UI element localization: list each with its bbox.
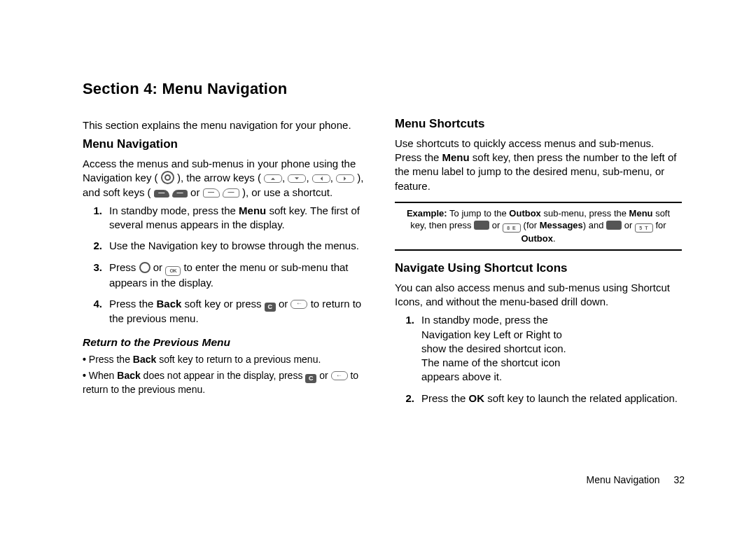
icon-step-2: 2. Press the OK soft key to launch the r… [395, 392, 682, 406]
arrow-up-icon [264, 174, 282, 183]
arrow-right-icon [336, 174, 354, 183]
text: for [653, 220, 666, 230]
key-chip-icon [606, 221, 622, 230]
heading-shortcut-icons: Navigate Using Shortcut Icons [395, 261, 682, 277]
text: ), or use a shortcut. [242, 186, 332, 198]
text: soft key to return to a previous menu. [156, 354, 321, 365]
shortcut-icons-paragraph: You can also access menus and sub-menus … [395, 281, 682, 310]
page-number: 32 [673, 474, 685, 485]
text: Press the [109, 298, 157, 310]
text: , [330, 172, 336, 184]
ok-key-icon: OK [165, 266, 181, 276]
soft-key-left-outline-icon [203, 188, 220, 198]
bullet-item: Press the Back soft key to return to a p… [83, 353, 370, 366]
icon-steps-list: 1. In standby mode, press the Navigation… [395, 313, 682, 406]
step-3: 3. Press or OK to enter the menu or sub-… [83, 261, 370, 290]
bold-text: Outbox [509, 208, 541, 219]
text: Press the [421, 392, 469, 404]
text: or [190, 186, 203, 198]
text: soft key to launch the related applicati… [484, 392, 678, 404]
footer-label: Menu Navigation [586, 474, 659, 485]
text: In standby mode, press the Navigation ke… [421, 313, 582, 384]
step-number: 1. [83, 204, 102, 233]
soft-key-right-outline-icon [223, 188, 239, 198]
page-footer: Menu Navigation 32 [586, 474, 685, 485]
bold-text: Menu [442, 151, 470, 163]
bold-text: Back [133, 354, 156, 365]
key-chip-outline-icon: 8 E [503, 223, 521, 233]
access-paragraph: Access the menus and sub-menus in your p… [83, 157, 370, 200]
key-chip-icon [474, 221, 489, 230]
navigation-key-icon [139, 262, 150, 273]
shortcuts-paragraph: Use shortcuts to quickly access menus an… [395, 137, 682, 193]
text: ) and [583, 220, 606, 230]
key-chip-outline-icon: 5 T [635, 223, 653, 233]
bold-text: Menu [239, 205, 266, 216]
arrow-left-icon [312, 174, 330, 183]
step-number: 3. [83, 261, 102, 290]
section-title: Section 4: Menu Navigation [83, 80, 686, 98]
bullet-item: When Back does not appear in the display… [83, 369, 370, 396]
intro-paragraph: This section explains the menu navigatio… [83, 118, 370, 132]
arrow-down-icon [288, 174, 306, 183]
two-column-layout: This section explains the menu navigatio… [83, 116, 686, 413]
text: , [306, 172, 312, 184]
heading-menu-navigation: Menu Navigation [83, 137, 370, 153]
steps-list: 1. In standby mode, press the Menu soft … [83, 204, 370, 326]
text: Press the [89, 354, 133, 365]
text: or [279, 298, 291, 310]
example-callout: Example: To jump to the Outbox sub-menu,… [395, 202, 682, 251]
text: does not appear in the display, press [141, 370, 306, 381]
step-number: 1. [395, 313, 414, 384]
icon-step-1: 1. In standby mode, press the Navigation… [395, 313, 682, 384]
bold-text: Menu [629, 208, 653, 219]
soft-key-left-icon [154, 190, 169, 198]
heading-return-previous: Return to the Previous Menu [83, 335, 370, 350]
c-key-icon: C [305, 374, 316, 383]
manual-page: Section 4: Menu Navigation This section … [0, 0, 756, 540]
text: sub-menu, press the [541, 208, 629, 219]
bold-text: Back [117, 370, 140, 381]
back-key-icon [331, 371, 348, 380]
step-1: 1. In standby mode, press the Menu soft … [83, 204, 370, 233]
text: soft key or press [181, 298, 264, 310]
text: or [622, 220, 635, 230]
return-bullets: Press the Back soft key to return to a p… [83, 353, 370, 396]
c-key-icon: C [265, 303, 276, 312]
step-4: 4. Press the Back soft key or press C or… [83, 297, 370, 326]
bold-text: Outbox [521, 233, 553, 244]
step-number: 4. [83, 297, 102, 326]
text: ), the arrow keys ( [177, 172, 261, 184]
text: (for [521, 220, 540, 230]
heading-menu-shortcuts: Menu Shortcuts [395, 116, 682, 132]
text: or [489, 220, 503, 230]
text: In standby mode, press the [109, 205, 239, 216]
navigation-key-icon [161, 171, 174, 184]
text: Press [109, 261, 139, 273]
text: or [153, 261, 166, 273]
bold-text: OK [469, 392, 485, 404]
right-column: Menu Shortcuts Use shortcuts to quickly … [395, 116, 682, 413]
text: When [89, 370, 117, 381]
bold-text: Back [157, 298, 182, 310]
step-number: 2. [83, 239, 102, 253]
bold-text: Messages [540, 220, 583, 230]
text: or [319, 370, 330, 381]
left-column: This section explains the menu navigatio… [83, 116, 370, 413]
step-2: 2. Use the Navigation key to browse thro… [83, 239, 370, 253]
example-label: Example: [407, 208, 447, 219]
soft-key-right-icon [172, 190, 188, 198]
text: To jump to the [447, 208, 510, 219]
text: , [282, 172, 288, 184]
text: . [553, 233, 556, 244]
text: Use the Navigation key to browse through… [109, 239, 370, 253]
step-number: 2. [395, 392, 414, 406]
back-key-icon [290, 300, 307, 309]
